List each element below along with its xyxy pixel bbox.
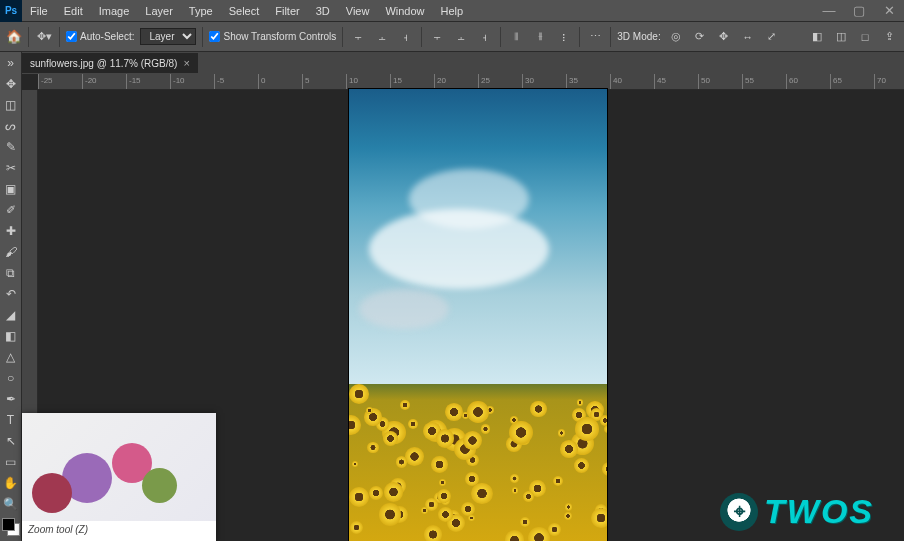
home-icon[interactable]: 🏠 [6, 29, 22, 44]
menu-edit[interactable]: Edit [56, 5, 91, 17]
quick-select-tool[interactable]: ✎ [0, 136, 21, 157]
auto-select-check[interactable] [66, 31, 77, 42]
align-bottom-icon[interactable]: ⫞ [476, 28, 494, 46]
menu-view[interactable]: View [338, 5, 378, 17]
rectangle-tool[interactable]: ▭ [0, 451, 21, 472]
show-transform-check[interactable] [209, 31, 220, 42]
menubar: Ps File Edit Image Layer Type Select Fil… [0, 0, 904, 22]
move-tool-icon[interactable]: ✥▾ [35, 28, 53, 46]
preview-caption: Zoom tool (Z) [22, 521, 216, 541]
menu-help[interactable]: Help [433, 5, 472, 17]
clone-stamp-tool[interactable]: ⧉ [0, 262, 21, 283]
distribute-3-icon[interactable]: ⫶ [555, 28, 573, 46]
history-brush-tool[interactable]: ↶ [0, 283, 21, 304]
search-icon[interactable]: ◧ [808, 28, 826, 46]
marquee-tool[interactable]: ◫ [0, 94, 21, 115]
pen-tool[interactable]: ✒ [0, 388, 21, 409]
menu-image[interactable]: Image [91, 5, 138, 17]
crop-tool[interactable]: ✂ [0, 157, 21, 178]
toolbar: » ✥ ◫ ᔕ ✎ ✂ ▣ ✐ ✚ 🖌 ⧉ ↶ ◢ ◧ △ ○ ✒ T ↖ ▭ … [0, 52, 22, 541]
menu-window[interactable]: Window [377, 5, 432, 17]
more-align-icon[interactable]: ⋯ [586, 28, 604, 46]
eraser-tool[interactable]: ◢ [0, 304, 21, 325]
window-maximize[interactable]: ▢ [844, 3, 874, 18]
document-tab-bar: sunflowers.jpg @ 11.7% (RGB/8) × [22, 52, 904, 74]
show-transform-label: Show Transform Controls [223, 31, 336, 42]
document-tab-label: sunflowers.jpg @ 11.7% (RGB/8) [30, 58, 177, 69]
options-bar: 🏠 ✥▾ Auto-Select: Layer Show Transform C… [0, 22, 904, 52]
hand-tool[interactable]: ✋ [0, 472, 21, 493]
share-icon[interactable]: □ [856, 28, 874, 46]
navigator-preview[interactable]: Zoom tool (Z) [22, 413, 216, 541]
menu-3d[interactable]: 3D [308, 5, 338, 17]
lasso-tool[interactable]: ᔕ [0, 115, 21, 136]
mode-3d-label: 3D Mode: [617, 31, 660, 42]
workspace-icon[interactable]: ◫ [832, 28, 850, 46]
path-select-tool[interactable]: ↖ [0, 430, 21, 451]
document-tab[interactable]: sunflowers.jpg @ 11.7% (RGB/8) × [22, 53, 198, 73]
auto-select-checkbox[interactable]: Auto-Select: [66, 31, 134, 42]
align-top-icon[interactable]: ⫟ [428, 28, 446, 46]
menu-file[interactable]: File [22, 5, 56, 17]
frame-tool[interactable]: ▣ [0, 178, 21, 199]
auto-select-label: Auto-Select: [80, 31, 134, 42]
align-right-icon[interactable]: ⫞ [397, 28, 415, 46]
watermark: ⌖ TWOS [720, 492, 874, 531]
auto-select-dropdown[interactable]: Layer [140, 28, 196, 45]
align-middle-icon[interactable]: ⫠ [452, 28, 470, 46]
dodge-tool[interactable]: ○ [0, 367, 21, 388]
align-center-h-icon[interactable]: ⫠ [373, 28, 391, 46]
watermark-logo-icon: ⌖ [720, 493, 758, 531]
3d-scale-icon[interactable]: ⤢ [763, 28, 781, 46]
foreground-swatch[interactable] [2, 518, 15, 531]
eyedropper-tool[interactable]: ✐ [0, 199, 21, 220]
move-tool[interactable]: ✥ [0, 73, 21, 94]
brush-tool[interactable]: 🖌 [0, 241, 21, 262]
menu-type[interactable]: Type [181, 5, 221, 17]
toolbar-expand-icon[interactable]: » [0, 52, 21, 73]
align-left-icon[interactable]: ⫟ [349, 28, 367, 46]
color-swatches[interactable] [0, 514, 21, 540]
window-close[interactable]: ✕ [874, 3, 904, 18]
menu-layer[interactable]: Layer [137, 5, 181, 17]
menu-filter[interactable]: Filter [267, 5, 307, 17]
blur-tool[interactable]: △ [0, 346, 21, 367]
watermark-text: TWOS [764, 492, 874, 531]
3d-slide-icon[interactable]: ↔ [739, 28, 757, 46]
export-icon[interactable]: ⇪ [880, 28, 898, 46]
document-image: document.write(Array.from({length:80}).m… [349, 89, 607, 542]
3d-orbit-icon[interactable]: ◎ [667, 28, 685, 46]
distribute-h-icon[interactable]: ⫴ [507, 28, 525, 46]
close-tab-icon[interactable]: × [183, 57, 189, 69]
preview-image [22, 413, 216, 521]
3d-pan-icon[interactable]: ✥ [715, 28, 733, 46]
healing-brush-tool[interactable]: ✚ [0, 220, 21, 241]
zoom-tool[interactable]: 🔍 [0, 493, 21, 514]
3d-roll-icon[interactable]: ⟳ [691, 28, 709, 46]
show-transform-checkbox[interactable]: Show Transform Controls [209, 31, 336, 42]
distribute-v-icon[interactable]: ⫵ [531, 28, 549, 46]
gradient-tool[interactable]: ◧ [0, 325, 21, 346]
menu-select[interactable]: Select [221, 5, 268, 17]
type-tool[interactable]: T [0, 409, 21, 430]
window-minimize[interactable]: — [814, 3, 844, 18]
app-icon: Ps [0, 0, 22, 22]
